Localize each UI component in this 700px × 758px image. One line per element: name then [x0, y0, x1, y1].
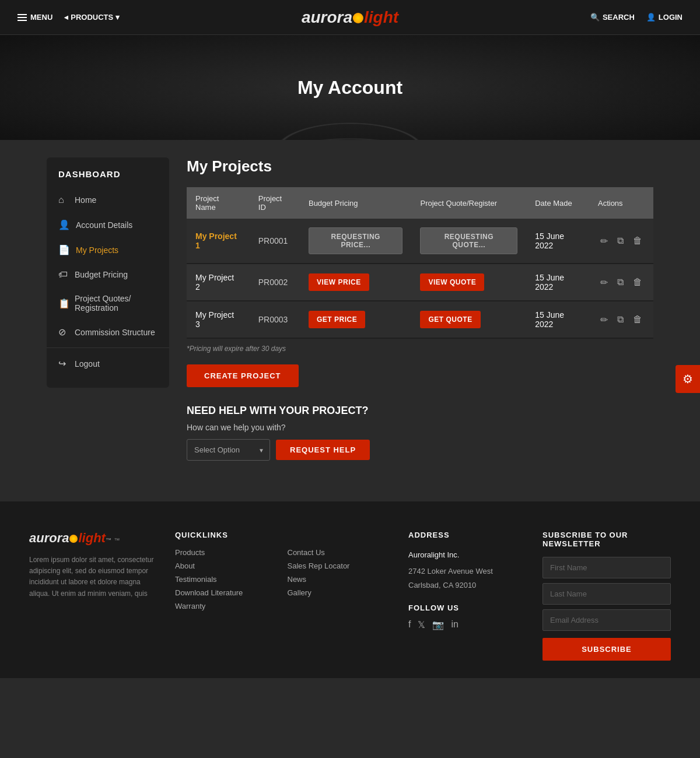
subscribe-button[interactable]: SUBSCRIBE — [542, 638, 671, 661]
action-icons: ✏ ⧉ 🗑 — [598, 275, 645, 290]
col-project-quote: Project Quote/Register — [411, 187, 526, 219]
logo[interactable]: auroralight — [302, 8, 398, 27]
help-form: Select Option Technical Support Pricing … — [187, 439, 653, 461]
hero-section: My Account — [0, 35, 700, 140]
footer-link-gallery[interactable]: Gallery — [288, 588, 391, 597]
footer-link-warranty[interactable]: Warranty — [175, 602, 279, 610]
help-select[interactable]: Select Option Technical Support Pricing … — [187, 439, 270, 461]
sidebar-item-logout[interactable]: ↪ Logout — [47, 351, 169, 376]
delete-button[interactable]: 🗑 — [631, 312, 645, 327]
main-content: My Projects Project Name Project ID Budg… — [187, 157, 653, 461]
sidebar-item-home[interactable]: ⌂ Home — [47, 188, 169, 212]
footer-link-contact[interactable]: Contact Us — [288, 548, 391, 557]
sidebar-item-my-projects[interactable]: 📄 My Projects — [47, 237, 169, 262]
quote-button[interactable]: VIEW QUOTE — [420, 273, 484, 291]
copy-button[interactable]: ⧉ — [615, 275, 626, 290]
sidebar-item-label: Logout — [75, 359, 100, 369]
budget-pricing-button[interactable]: GET PRICE — [309, 311, 365, 328]
header: MENU ◂ PRODUCTS ▾ auroralight 🔍 SEARCH 👤… — [0, 0, 700, 35]
footer-links-grid: Products Contact Us About Sales Rep Loca… — [175, 548, 391, 610]
quicklinks-title: QUICKLINKS — [175, 531, 391, 539]
date-made: 15 June 2022 — [535, 231, 564, 250]
table-row: My Project 1 PR0001 REQUESTING PRICE... … — [187, 219, 653, 264]
footer-newsletter: SUBSCRIBE TO OUR NEWSLETTER SUBSCRIBE — [542, 531, 671, 661]
sidebar-item-budget-pricing[interactable]: 🏷 Budget Pricing — [47, 262, 169, 287]
footer-link-about[interactable]: About — [175, 562, 279, 570]
hero-title: My Account — [298, 77, 402, 99]
address-city: Carlsbad, CA 92010 — [408, 578, 525, 592]
footer-quicklinks: QUICKLINKS Products Contact Us About Sal… — [175, 531, 391, 661]
edit-button[interactable]: ✏ — [598, 233, 610, 249]
products-button[interactable]: ◂ PRODUCTS ▾ — [64, 13, 120, 22]
pricing-note: *Pricing will expire after 30 days — [187, 345, 653, 353]
footer-link-news[interactable]: News — [288, 575, 391, 584]
footer-link-products[interactable]: Products — [175, 548, 279, 557]
linkedin-icon[interactable]: in — [451, 619, 458, 630]
newsletter-first-name[interactable] — [542, 557, 671, 578]
col-project-name: Project Name — [187, 187, 250, 219]
logo-dot — [353, 13, 363, 23]
create-project-button[interactable]: CREATE PROJECT — [187, 364, 299, 387]
logout-icon: ↪ — [58, 358, 69, 369]
login-label: LOGIN — [659, 13, 682, 22]
action-icons: ✏ ⧉ 🗑 — [598, 312, 645, 328]
sidebar-item-account-details[interactable]: 👤 Account Details — [47, 212, 169, 237]
circle-slash-icon: ⊘ — [58, 327, 69, 338]
budget-pricing-button[interactable]: VIEW PRICE — [309, 273, 369, 291]
address-company: Auroralight Inc. — [408, 548, 525, 562]
project-name: My Project 2 — [195, 273, 234, 292]
home-icon: ⌂ — [58, 195, 69, 205]
follow-title: FOLLOW US — [408, 603, 525, 612]
footer-description: Lorem ipsum dolor sit amet, consectetur … — [29, 555, 158, 599]
table-header: Project Name Project ID Budget Pricing P… — [187, 187, 653, 219]
newsletter-last-name[interactable] — [542, 583, 671, 605]
newsletter-title: SUBSCRIBE TO OUR NEWSLETTER — [542, 531, 671, 548]
help-section: NEED HELP WITH YOUR PROJECT? How can we … — [187, 405, 653, 461]
document-icon: 📄 — [58, 244, 70, 255]
table-row: My Project 2 PR0002 VIEW PRICE VIEW QUOT… — [187, 264, 653, 301]
delete-button[interactable]: 🗑 — [631, 275, 645, 290]
sidebar-item-label: Budget Pricing — [75, 270, 128, 279]
footer-link-testimonials[interactable]: Testimonials — [175, 575, 279, 584]
settings-gear-icon: ⚙ — [682, 373, 693, 385]
search-button[interactable]: 🔍 SEARCH — [590, 13, 635, 22]
footer-link-sales-rep[interactable]: Sales Rep Locator — [288, 562, 391, 570]
col-project-id: Project ID — [250, 187, 300, 219]
sidebar-title: DASHBOARD — [47, 169, 169, 188]
settings-float-button[interactable]: ⚙ — [676, 365, 700, 393]
newsletter-email[interactable] — [542, 609, 671, 631]
search-icon: 🔍 — [590, 13, 600, 22]
quote-button[interactable]: GET QUOTE — [420, 311, 480, 328]
login-button[interactable]: 👤 LOGIN — [646, 13, 682, 22]
copy-button[interactable]: ⧉ — [615, 233, 626, 248]
chevron-down-icon: ▾ — [116, 13, 120, 22]
project-id: PR0002 — [258, 278, 288, 287]
sidebar-item-project-quotes[interactable]: 📋 Project Quotes/ Registration — [47, 287, 169, 320]
table-row: My Project 3 PR0003 GET PRICE GET QUOTE … — [187, 301, 653, 338]
request-help-button[interactable]: REQUEST HELP — [276, 440, 370, 460]
sidebar-item-label: Project Quotes/ Registration — [75, 294, 158, 313]
delete-button[interactable]: 🗑 — [631, 233, 645, 248]
twitter-icon[interactable]: 𝕏 — [418, 619, 425, 630]
budget-pricing-button: REQUESTING PRICE... — [309, 227, 403, 254]
facebook-icon[interactable]: f — [408, 619, 411, 630]
header-right: 🔍 SEARCH 👤 LOGIN — [590, 13, 682, 22]
copy-button[interactable]: ⧉ — [615, 312, 626, 327]
footer-address: Auroralight Inc. 2742 Loker Avenue West … — [408, 548, 525, 592]
main-layout: DASHBOARD ⌂ Home 👤 Account Details 📄 My … — [29, 140, 671, 478]
sidebar-item-commission-structure[interactable]: ⊘ Commission Structure — [47, 320, 169, 345]
project-name-link[interactable]: My Project 1 — [195, 231, 237, 250]
edit-button[interactable]: ✏ — [598, 312, 610, 328]
footer-link-literature[interactable]: Download Literature — [175, 588, 279, 597]
menu-button[interactable]: MENU — [18, 13, 52, 22]
footer: auroralight™ ™ Lorem ipsum dolor sit ame… — [0, 501, 700, 678]
help-subtitle: How can we help you with? — [187, 423, 653, 432]
address-street: 2742 Loker Avenue West — [408, 564, 525, 578]
col-actions: Actions — [589, 187, 653, 219]
instagram-icon[interactable]: 📷 — [432, 619, 444, 630]
select-wrapper: Select Option Technical Support Pricing … — [187, 439, 270, 461]
sidebar-item-label: Home — [75, 195, 96, 205]
footer-address-section: ADDRESS Auroralight Inc. 2742 Loker Aven… — [408, 531, 525, 661]
edit-button[interactable]: ✏ — [598, 275, 610, 290]
sidebar: DASHBOARD ⌂ Home 👤 Account Details 📄 My … — [47, 157, 169, 388]
